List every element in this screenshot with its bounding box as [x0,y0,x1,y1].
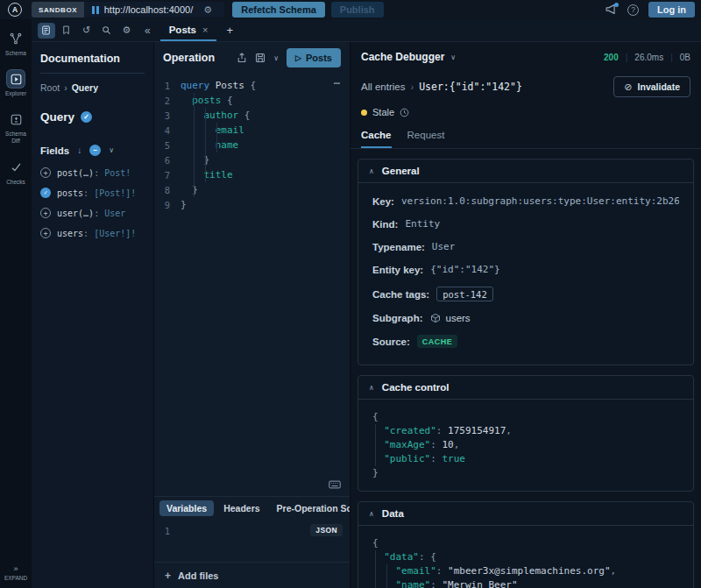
subgraph-cube-icon [430,313,441,323]
add-field-icon[interactable]: + [40,167,51,178]
checks-icon [7,159,25,176]
code-line: "public": true [372,452,679,466]
cache-entry-name: User:{"id":"142"} [419,81,522,93]
code-line: "maxAge": 10, [372,438,679,452]
row-value: {"id":"142"} [430,264,499,275]
code-line: { [372,536,679,550]
response-view-dropdown[interactable]: Cache Debugger [361,51,444,63]
tab-headers[interactable]: Headers [216,500,266,516]
editor-menu-icon[interactable]: ⋯ [334,77,341,89]
run-operation-button[interactable]: ▷ Posts [287,48,341,67]
operations-tab-bar: ↺ ⚙ « Posts × + [32,19,701,42]
stale-status: Stale [350,97,701,117]
all-entries-link[interactable]: All entries [361,81,406,92]
keyboard-shortcuts-icon[interactable] [329,480,341,489]
add-field-icon[interactable]: + [40,228,51,238]
login-button[interactable]: Log in [648,2,695,18]
field-selected-check-icon[interactable]: ✓ [40,188,51,198]
field-row-users[interactable]: + users: [User!]! [40,228,145,238]
indent-guide [386,564,387,588]
search-icon[interactable] [98,23,116,39]
new-tab-button[interactable]: + [226,24,233,37]
variables-editor[interactable]: 1 JSON [154,520,350,562]
saved-operations-icon[interactable] [58,23,75,39]
field-name: posts [57,188,83,198]
stats-divider: | [670,53,673,62]
explorer-icon [7,70,25,88]
dropdown-chevron-icon[interactable]: ∨ [450,53,456,61]
field-type[interactable]: [Post!]! [94,188,136,198]
sort-arrow-icon[interactable]: ↓ [77,145,81,155]
field-row-user[interactable]: + user(…): User [40,208,145,218]
apollo-logo-icon: A [8,3,22,17]
field-row-post[interactable]: + post(…): Post! [40,167,145,178]
connection-settings-gear-icon[interactable]: ⚙ [203,4,212,16]
field-name: user(…) [57,209,94,218]
code-line: 7 title [154,167,350,182]
general-section-header[interactable]: ∧ General [358,159,693,183]
fields-chevron-icon[interactable]: ∨ [109,146,114,154]
doc-breadcrumb: Root › Query [40,82,145,93]
breadcrumb-root[interactable]: Root [40,82,60,93]
field-row-posts[interactable]: ✓ posts: [Post!]! [40,188,145,198]
tab-posts[interactable]: Posts × [160,19,217,41]
row-label: Key: [372,196,394,207]
rail-item-checks[interactable]: Checks [0,159,32,186]
save-icon[interactable] [255,53,266,63]
rail-expand[interactable]: » EXPAND [4,564,27,582]
publish-button[interactable]: Publish [331,2,384,18]
filter-minus-icon[interactable]: − [89,145,101,156]
rail-label: Schema [5,50,26,57]
rail-item-schema-diff[interactable]: Schema Diff [0,110,32,145]
field-type[interactable]: [User!]! [94,229,136,238]
cache-control-section-header[interactable]: ∧ Cache control [358,376,693,400]
collapse-chevron-icon: ∧ [369,167,374,175]
code-line: } [372,466,679,480]
add-files-button[interactable]: + Add files [154,562,350,588]
tab-variables[interactable]: Variables [159,500,214,516]
documentation-panel-icon[interactable] [38,23,55,39]
tab-pre-operation-script[interactable]: Pre-Operation Script [270,500,350,516]
run-label: Posts [306,53,332,63]
cache-tag-chip: post-142 [436,287,493,301]
tab-cache[interactable]: Cache [361,130,392,148]
indent-guide [375,550,376,588]
history-icon[interactable]: ↺ [78,23,96,39]
code-line: { [372,410,679,424]
tab-close-icon[interactable]: × [202,25,208,35]
rail-label: Checks [6,179,25,186]
share-icon[interactable] [237,53,247,63]
add-field-icon[interactable]: + [40,208,51,218]
status-code: 200 [604,53,619,62]
announcements-icon[interactable] [605,4,618,16]
rail-item-schema[interactable]: Schema [0,30,32,57]
code-line: 2 posts { [154,93,350,108]
field-name: post(…) [57,168,94,178]
refetch-schema-button[interactable]: Refetch Schema [232,2,325,18]
field-type[interactable]: Post! [104,168,131,178]
pause-icon [92,6,99,14]
code-line: "name": "Merwin Beer" [372,578,679,588]
code-line: 3 author { [154,108,350,123]
tab-request[interactable]: Request [407,130,445,148]
invalidate-button[interactable]: ⊘ Invalidate [613,76,690,97]
endpoint-control[interactable]: SANDBOX http://localhost:4000/ ⚙ [32,2,224,18]
apollo-logo[interactable]: A [0,3,30,17]
stale-dot-icon [361,110,367,116]
collapse-panel-icon[interactable]: « [145,25,151,37]
json-mode-badge[interactable]: JSON [310,524,343,536]
indent-guide [375,424,376,466]
endpoint-url-input[interactable]: http://localhost:4000/ ⚙ [84,2,224,18]
field-type[interactable]: User [104,209,125,218]
data-section-header[interactable]: ∧ Data [358,502,693,526]
collapse-chevron-icon: ∧ [369,384,374,392]
general-row-kind: Kind: Entity [372,218,679,230]
field-separator: : [94,209,99,218]
save-chevron-icon[interactable]: ∨ [273,54,279,62]
graphql-editor[interactable]: ⋯ 1query Posts {2 posts {3 author {4 ema… [154,74,350,496]
settings-gear-icon[interactable]: ⚙ [118,23,136,39]
rail-item-explorer[interactable]: Explorer [0,70,32,97]
play-icon: ▷ [295,53,301,62]
general-row-subgraph: Subgraph: users [372,313,679,323]
help-icon[interactable]: ? [627,4,639,16]
